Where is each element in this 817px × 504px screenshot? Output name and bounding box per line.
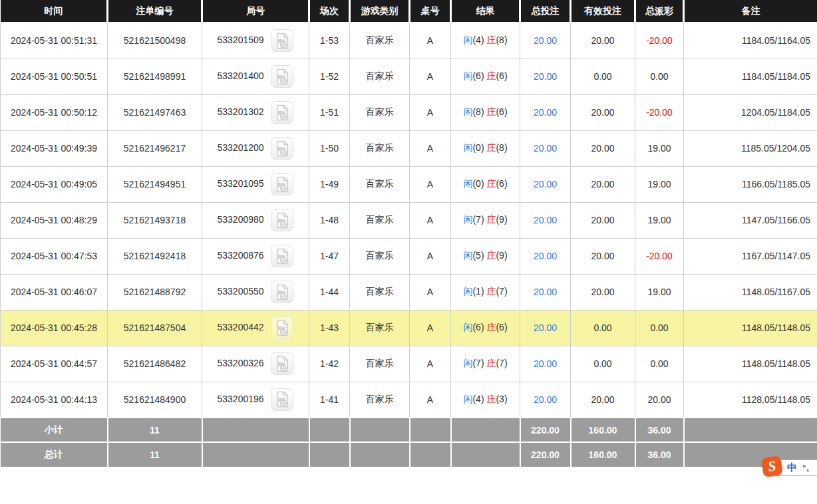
cell-result: 闲(4) 庄(8) (451, 23, 520, 59)
cell-total-bet: 20.00 (520, 59, 571, 94)
header-row: 时间注单编号局号场次游戏类别桌号结果总投注有效投注总派彩备注 (1, 0, 817, 23)
cell-table-no: A (410, 166, 451, 202)
table-row[interactable]: 2024-05-31 00:49:05521621494951533201095… (1, 166, 817, 202)
video-replay-button[interactable] (271, 29, 293, 52)
summary-payout: 36.00 (635, 442, 684, 467)
video-file-icon (275, 320, 290, 336)
video-replay-button[interactable] (271, 388, 293, 411)
cell-time: 2024-05-31 00:46:07 (1, 274, 108, 310)
round-number: 533201200 (218, 142, 264, 153)
table-row[interactable]: 2024-05-31 00:47:53521621492418533200876… (1, 238, 817, 274)
video-file-icon (275, 68, 290, 85)
table-row[interactable]: 2024-05-31 00:46:07521621488792533200550… (1, 274, 817, 310)
table-row[interactable]: 2024-05-31 00:49:39521621496217533201200… (1, 130, 817, 166)
table-row[interactable]: 2024-05-31 00:48:29521621493718533200980… (1, 202, 817, 238)
cell-session: 1-50 (309, 130, 350, 166)
cell-remark: 1166.05/1185.05 (684, 166, 817, 202)
cell-bet-id: 521621493718 (108, 202, 202, 238)
cell-session: 1-49 (309, 166, 350, 202)
cell-total-bet: 20.00 (520, 238, 571, 274)
cell-payout: -20.00 (635, 238, 684, 274)
cell-time: 2024-05-31 00:50:12 (1, 94, 108, 130)
player-result-label: 闲 (463, 178, 472, 189)
cell-valid-bet: 0.00 (571, 59, 635, 94)
cell-payout: 0.00 (635, 59, 684, 94)
player-result-label: 闲 (463, 106, 472, 117)
cell-table-no: A (410, 346, 451, 382)
video-replay-button[interactable] (271, 137, 293, 160)
video-replay-button[interactable] (271, 101, 293, 124)
cell-table-no: A (410, 94, 451, 130)
cell-time: 2024-05-31 00:49:39 (1, 130, 108, 166)
banker-result-label: 庄 (486, 178, 496, 189)
video-replay-button[interactable] (271, 173, 293, 195)
cell-remark: 1148.05/1167.05 (684, 274, 817, 310)
summary-row: 小计11220.00160.0036.00 (1, 418, 817, 442)
cell-game-type: 百家乐 (350, 238, 410, 274)
ime-mode-indicator[interactable]: 中 (787, 461, 797, 474)
cell-result: 闲(8) 庄(6) (451, 94, 520, 130)
banker-result-label: 庄 (486, 70, 496, 81)
cell-total-bet: 20.00 (520, 346, 571, 382)
sogou-logo-icon[interactable]: S (761, 455, 782, 477)
cell-session: 1-42 (309, 346, 350, 382)
table-row[interactable]: 2024-05-31 00:44:13521621484900533200196… (1, 382, 817, 418)
table-row[interactable]: 2024-05-31 00:45:28521621487504533200442… (1, 310, 817, 346)
col-time: 时间 (1, 0, 108, 23)
round-number: 533200876 (218, 250, 264, 261)
cell-session: 1-48 (309, 202, 350, 238)
cell-total-bet: 20.00 (520, 382, 571, 418)
summary-empty (684, 418, 817, 442)
cell-result: 闲(1) 庄(7) (451, 274, 520, 310)
table-row[interactable]: 2024-05-31 00:50:51521621498991533201400… (1, 59, 817, 94)
cell-valid-bet: 20.00 (571, 274, 635, 310)
ime-punctuation-icon[interactable]: °, (802, 463, 810, 473)
summary-row: 总计11220.00160.0036.00 (1, 442, 817, 467)
cell-valid-bet: 20.00 (571, 202, 635, 238)
cell-total-bet: 20.00 (520, 310, 571, 346)
video-replay-button[interactable] (271, 245, 293, 267)
video-replay-button[interactable] (271, 352, 293, 375)
bet-records-table: 时间注单编号局号场次游戏类别桌号结果总投注有效投注总派彩备注 2024-05-3… (0, 0, 817, 467)
cell-payout: 19.00 (635, 202, 684, 238)
cell-session: 1-44 (309, 274, 350, 310)
cell-table-no: A (410, 23, 451, 59)
round-number: 533200442 (218, 322, 264, 332)
cell-valid-bet: 0.00 (571, 346, 635, 382)
round-number: 533201400 (218, 70, 264, 81)
video-file-icon (275, 356, 290, 372)
cell-table-no: A (410, 202, 451, 238)
cell-game-type: 百家乐 (350, 166, 410, 202)
round-number: 533200326 (218, 358, 264, 368)
video-file-icon (275, 176, 290, 193)
cell-bet-id: 521621487504 (108, 310, 202, 346)
video-replay-button[interactable] (271, 209, 293, 231)
cell-game-type: 百家乐 (350, 23, 410, 59)
summary-empty (309, 418, 350, 442)
col-result: 结果 (451, 0, 520, 23)
ime-toolbar[interactable]: 中 °, S (762, 457, 817, 479)
cell-bet-id: 521621498991 (108, 59, 202, 94)
round-number: 533201509 (218, 35, 264, 45)
cell-time: 2024-05-31 00:48:29 (1, 202, 108, 238)
table-row[interactable]: 2024-05-31 00:44:57521621486482533200326… (1, 346, 817, 382)
table-row[interactable]: 2024-05-31 00:51:31521621500498533201509… (1, 23, 817, 59)
col-bet_id: 注单编号 (108, 0, 202, 23)
cell-time: 2024-05-31 00:49:05 (1, 166, 108, 202)
video-replay-button[interactable] (271, 316, 293, 339)
cell-result: 闲(7) 庄(9) (451, 202, 520, 238)
banker-result-label: 庄 (486, 142, 496, 153)
cell-total-bet: 20.00 (520, 274, 571, 310)
cell-remark: 1167.05/1147.05 (684, 238, 817, 274)
cell-session: 1-53 (309, 23, 350, 59)
cell-result: 闲(4) 庄(3) (451, 382, 520, 418)
video-replay-button[interactable] (271, 281, 293, 303)
player-result-label: 闲 (463, 358, 472, 368)
records-screen: 时间注单编号局号场次游戏类别桌号结果总投注有效投注总派彩备注 2024-05-3… (0, 0, 817, 504)
col-remark: 备注 (684, 0, 817, 23)
cell-round: 533201302 (202, 94, 309, 130)
table-row[interactable]: 2024-05-31 00:50:12521621497463533201302… (1, 94, 817, 130)
cell-total-bet: 20.00 (520, 94, 571, 130)
video-replay-button[interactable] (271, 65, 293, 88)
col-game_type: 游戏类别 (350, 0, 410, 23)
